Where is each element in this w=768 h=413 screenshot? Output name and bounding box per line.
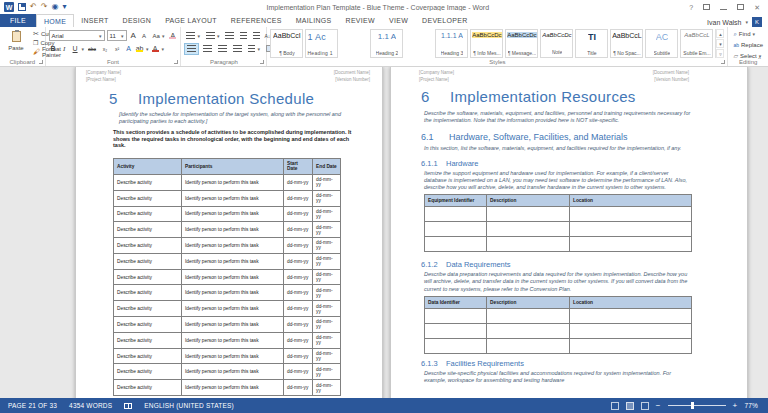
font-color-button[interactable]: A [151, 45, 160, 52]
table-cell[interactable]: Identify person to perform this task [182, 206, 284, 222]
table-cell[interactable]: dd-mm-yy [313, 285, 341, 301]
instruction-note[interactable]: Describe data preparation requirements a… [424, 271, 692, 293]
table-cell[interactable] [487, 237, 570, 252]
table-cell[interactable]: dd-mm-yy [284, 190, 313, 206]
font-name-combo[interactable]: Arial▾ [49, 30, 105, 41]
table-cell[interactable] [425, 308, 487, 323]
tab-developer[interactable]: DEVELOPER [415, 14, 475, 27]
grow-font-button[interactable]: A [129, 31, 138, 40]
read-mode-icon[interactable] [611, 402, 619, 410]
table-cell[interactable]: dd-mm-yy [313, 174, 341, 190]
style-item-heading-2[interactable]: 1.1 AHeading 2 [370, 29, 403, 58]
table-cell[interactable]: Identify person to perform this task [182, 380, 284, 396]
table-cell[interactable]: dd-mm-yy [284, 174, 313, 190]
clipboard-dialog-launcher[interactable] [39, 60, 43, 64]
table-cell[interactable] [487, 222, 570, 237]
redo-icon[interactable]: ↷ [41, 2, 48, 12]
table-cell[interactable]: dd-mm-yy [313, 269, 341, 285]
heading-6[interactable]: 6 Implementation Resources [421, 88, 747, 105]
body-paragraph[interactable]: This section provides a schedule of acti… [113, 129, 352, 149]
table-header-cell[interactable]: Location [570, 296, 692, 308]
close-icon[interactable]: ✕ [754, 4, 760, 11]
instruction-note[interactable]: Itemize the support equipment and hardwa… [424, 170, 692, 192]
table-cell[interactable]: Describe activity [114, 269, 182, 285]
touch-mode-icon[interactable]: ◉ [51, 2, 58, 12]
zoom-in-icon[interactable]: + [733, 402, 738, 410]
table-cell[interactable]: Describe activity [114, 348, 182, 364]
table-header-cell[interactable]: Data Identifier [425, 296, 487, 308]
tab-design[interactable]: DESIGN [116, 14, 159, 27]
style-item-note[interactable]: AaBbCcDcNote [540, 29, 573, 58]
increase-indent-button[interactable] [251, 30, 262, 42]
table-cell[interactable]: Identify person to perform this task [182, 364, 284, 380]
heading-5[interactable]: 5 Implementation Schedule [109, 90, 382, 107]
table-cell[interactable] [570, 237, 692, 252]
align-left-button[interactable] [184, 43, 199, 55]
multilevel-list-button[interactable] [223, 30, 236, 42]
clear-formatting-button[interactable]: A [168, 32, 177, 39]
table-header-cell[interactable]: Equipment Identifier [425, 195, 487, 207]
numbering-button[interactable]: ▾ [204, 30, 222, 42]
table-cell[interactable]: Describe activity [114, 206, 182, 222]
table-cell[interactable]: dd-mm-yy [313, 222, 341, 238]
table-cell[interactable]: dd-mm-yy [313, 253, 341, 269]
format-painter-button[interactable]: 🖌Format Painter [31, 47, 42, 56]
table-cell[interactable]: dd-mm-yy [284, 317, 313, 333]
table-cell[interactable]: dd-mm-yy [284, 253, 313, 269]
instruction-note[interactable]: In this section, list the software, mate… [424, 145, 692, 152]
superscript-button[interactable]: x² [112, 46, 122, 52]
table-cell[interactable]: dd-mm-yy [284, 380, 313, 396]
table-cell[interactable]: dd-mm-yy [313, 206, 341, 222]
style-item-body[interactable]: AaBbCcI¶ Body [270, 29, 303, 58]
underline-dropdown-icon[interactable]: ▾ [82, 46, 85, 52]
print-layout-icon[interactable] [626, 402, 634, 410]
zoom-slider-thumb[interactable] [691, 402, 694, 409]
tab-references[interactable]: REFERENCES [224, 14, 289, 27]
table-cell[interactable] [487, 323, 570, 338]
table-cell[interactable]: Identify person to perform this task [182, 190, 284, 206]
style-item-no-spac[interactable]: AaBbCcL¶ No Spac... [610, 29, 643, 58]
change-case-button[interactable]: Aa▾ [151, 30, 167, 42]
paragraph-dialog-launcher[interactable] [260, 60, 264, 64]
table-header-cell[interactable]: Activity [114, 158, 182, 174]
table-cell[interactable]: Describe activity [114, 285, 182, 301]
restore-icon[interactable] [737, 4, 744, 10]
table-cell[interactable]: Describe activity [114, 332, 182, 348]
table-cell[interactable]: Identify person to perform this task [182, 269, 284, 285]
gallery-down-icon[interactable]: ▾ [716, 39, 724, 48]
copy-button[interactable]: ❐Copy [31, 38, 42, 47]
italic-button[interactable]: I [60, 45, 69, 53]
style-item-title[interactable]: TITitle [575, 29, 608, 58]
table-cell[interactable] [570, 308, 692, 323]
strikethrough-button[interactable]: abc [86, 46, 98, 52]
proofing-status[interactable] [124, 403, 132, 409]
table-cell[interactable]: dd-mm-yy [284, 364, 313, 380]
table-cell[interactable]: Identify person to perform this task [182, 301, 284, 317]
zoom-slider[interactable] [668, 405, 726, 406]
heading-6-1[interactable]: 6.1 Hardware, Software, Facilities, and … [421, 132, 747, 142]
bold-button[interactable]: B [49, 45, 58, 52]
line-spacing-button[interactable]: ▾ [246, 43, 262, 55]
tab-file[interactable]: FILE [0, 14, 36, 27]
collapse-ribbon-icon[interactable]: ⌃ [757, 56, 762, 63]
instruction-note[interactable]: Describe site-specific physical faciliti… [424, 370, 692, 384]
underline-button[interactable]: U [71, 45, 80, 52]
table-cell[interactable] [487, 308, 570, 323]
tab-review[interactable]: REVIEW [339, 14, 382, 27]
table-cell[interactable]: Identify person to perform this task [182, 348, 284, 364]
table-header-cell[interactable]: Start Date [284, 158, 313, 174]
table-cell[interactable]: dd-mm-yy [313, 364, 341, 380]
table-cell[interactable]: dd-mm-yy [284, 348, 313, 364]
tab-page-layout[interactable]: PAGE LAYOUT [158, 14, 224, 27]
table-cell[interactable]: dd-mm-yy [313, 317, 341, 333]
text-effects-button[interactable]: A [124, 45, 133, 52]
table-cell[interactable] [570, 222, 692, 237]
table-cell[interactable] [425, 323, 487, 338]
tab-insert[interactable]: INSERT [74, 14, 115, 27]
table-cell[interactable]: Identify person to perform this task [182, 253, 284, 269]
language-indicator[interactable]: ENGLISH (UNITED STATES) [144, 402, 234, 409]
zoom-out-icon[interactable]: − [656, 402, 661, 410]
tab-home[interactable]: HOME [36, 14, 74, 27]
style-item-subtle-em[interactable]: AaBbCcLSubtle Em... [680, 29, 713, 58]
table-cell[interactable]: dd-mm-yy [313, 238, 341, 254]
